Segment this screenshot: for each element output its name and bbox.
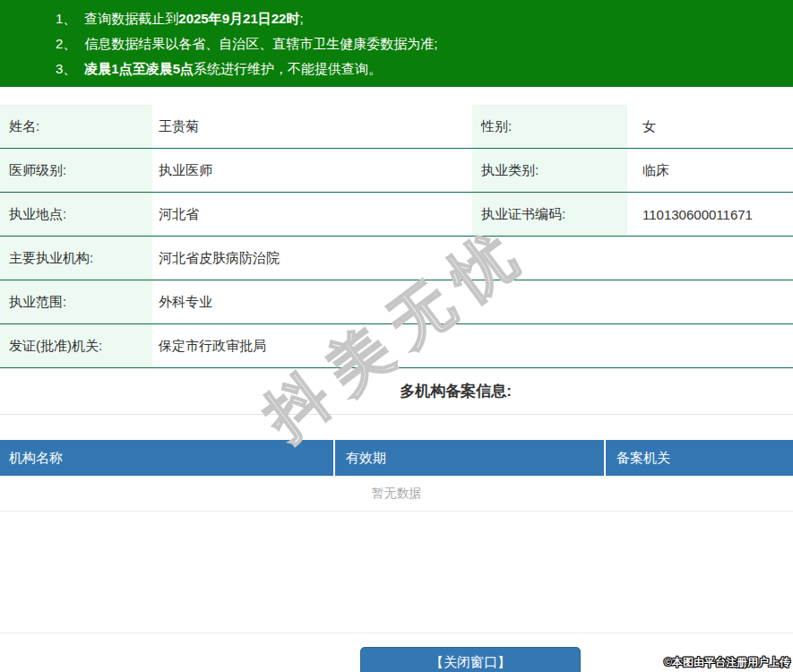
- practitioner-info-table: 姓名: 王贵菊 性别: 女 医师级别: 执业医师 执业类别: 临床 执业地点: …: [0, 105, 793, 368]
- field-value-gender: 女: [627, 105, 793, 148]
- field-label-practice-location: 执业地点:: [0, 193, 152, 236]
- notice-number: 2、: [56, 36, 76, 51]
- divider: [0, 633, 793, 633]
- filing-table-header: 机构名称 有效期 备案机关: [0, 440, 793, 476]
- field-label-name: 姓名:: [0, 105, 152, 148]
- table-row: 主要执业机构: 河北省皮肤病防治院: [0, 237, 793, 280]
- upload-credit-watermark: ©本图由平台注册用户上传: [664, 655, 790, 670]
- notice-line-2: 2、信息数据结果以各省、自治区、直辖市卫生健康委数据为准;: [56, 31, 784, 56]
- notice-line-1: 1、查询数据截止到2025年9月21日22时;: [56, 6, 784, 31]
- table-row: 发证(批准)机关: 保定市行政审批局: [0, 324, 793, 368]
- notice-text: 查询数据截止到: [84, 11, 178, 26]
- field-label-gender: 性别:: [472, 105, 627, 148]
- table-row: 姓名: 王贵菊 性别: 女: [0, 105, 793, 149]
- column-header-validity-period: 有效期: [333, 440, 604, 476]
- notice-number: 3、: [56, 61, 76, 76]
- filing-section-title-row: 多机构备案信息:: [0, 368, 793, 415]
- field-value-practice-category: 临床: [627, 149, 793, 192]
- notice-text-bold: 2025年9月21日22时: [178, 11, 299, 26]
- table-row: 执业范围: 外科专业: [0, 280, 793, 324]
- table-row: 医师级别: 执业医师 执业类别: 临床: [0, 149, 793, 193]
- column-header-institution-name: 机构名称: [0, 440, 333, 476]
- table-row: 执业地点: 河北省 执业证书编码: 110130600011671: [0, 193, 793, 237]
- field-value-main-institution: 河北省皮肤病防治院: [152, 237, 793, 280]
- field-label-practice-category: 执业类别:: [472, 149, 627, 192]
- filing-table-empty-state: 暂无数据: [0, 476, 793, 512]
- filing-section-title: 多机构备案信息:: [400, 381, 512, 401]
- spacer: [0, 512, 793, 633]
- notice-banner: 1、查询数据截止到2025年9月21日22时; 2、信息数据结果以各省、自治区、…: [0, 0, 793, 87]
- field-label-doctor-level: 医师级别:: [0, 149, 152, 192]
- notice-line-3: 3、凌晨1点至凌晨5点系统进行维护，不能提供查询。: [56, 56, 784, 82]
- notice-text-bold: 凌晨1点至凌晨5点: [84, 61, 194, 76]
- field-value-doctor-level: 执业医师: [152, 149, 472, 192]
- notice-number: 1、: [56, 11, 76, 26]
- column-header-filing-authority: 备案机关: [604, 440, 793, 476]
- field-value-practice-location: 河北省: [152, 193, 472, 236]
- empty-data-text: 暂无数据: [372, 486, 422, 502]
- field-value-practice-scope: 外科专业: [152, 280, 793, 323]
- close-window-button[interactable]: 【关闭窗口】: [360, 647, 581, 672]
- spacer: [0, 415, 793, 440]
- field-label-issuing-authority: 发证(批准)机关:: [0, 324, 152, 367]
- notice-text: ;: [299, 11, 303, 26]
- notice-text: 系统进行维护，不能提供查询。: [194, 61, 382, 76]
- field-label-practice-scope: 执业范围:: [0, 280, 152, 323]
- field-value-issuing-authority: 保定市行政审批局: [152, 324, 793, 367]
- field-label-certificate-no: 执业证书编码:: [472, 193, 627, 236]
- field-value-name: 王贵菊: [152, 105, 472, 148]
- notice-text: 信息数据结果以各省、自治区、直辖市卫生健康委数据为准;: [84, 36, 437, 51]
- field-value-certificate-no: 110130600011671: [627, 193, 793, 236]
- doctor-license-query-result-page: 1、查询数据截止到2025年9月21日22时; 2、信息数据结果以各省、自治区、…: [0, 0, 793, 672]
- field-label-main-institution: 主要执业机构:: [0, 237, 152, 280]
